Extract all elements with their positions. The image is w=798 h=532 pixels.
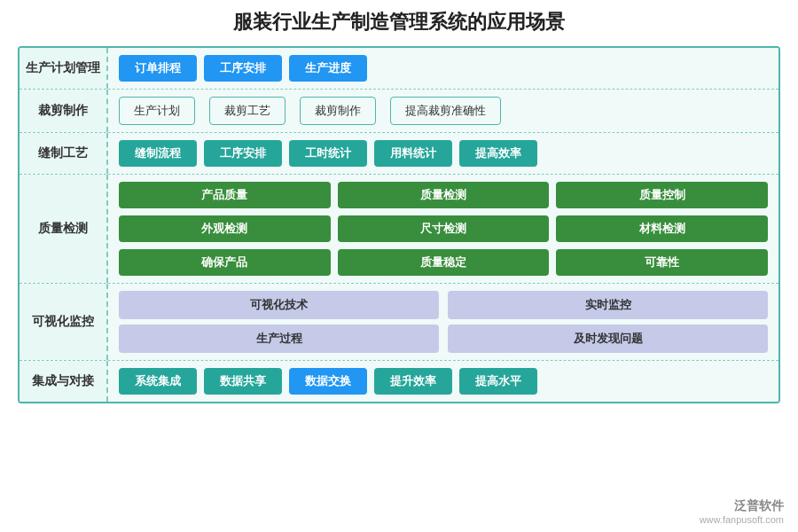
label-sewing: 缝制工艺 (20, 133, 108, 174)
btn-improve-efficiency[interactable]: 提高效率 (459, 140, 537, 167)
monitor-grid: 可视化技术 实时监控 生产过程 及时发现问题 (119, 291, 768, 353)
monitor-realtime: 实时监控 (448, 291, 768, 319)
content-sewing: 缝制流程 工序安排 工时统计 用料统计 提高效率 (108, 133, 778, 174)
label-monitor: 可视化监控 (20, 284, 108, 360)
row-monitor: 可视化监控 可视化技术 实时监控 生产过程 及时发现问题 (20, 284, 778, 361)
btn-order-schedule[interactable]: 订单排程 (119, 55, 197, 82)
btn-production-progress[interactable]: 生产进度 (289, 55, 367, 82)
watermark: 泛普软件 www.fanpusoft.com (700, 498, 784, 525)
btn-workhours[interactable]: 工时统计 (289, 140, 367, 167)
btn-size-detect[interactable]: 尺寸检测 (338, 215, 550, 242)
content-production-plan: 订单排程 工序安排 生产进度 (108, 48, 778, 89)
btn-quality-stable[interactable]: 质量稳定 (338, 249, 550, 276)
monitor-visualization-tech: 可视化技术 (119, 291, 439, 319)
row-cutting: 裁剪制作 生产计划 裁剪工艺 裁剪制作 提高裁剪准确性 (20, 90, 778, 133)
page-wrapper: 服装行业生产制造管理系统的应用场景 生产计划管理 订单排程 工序安排 生产进度 … (0, 0, 798, 532)
btn-ensure-product[interactable]: 确保产品 (119, 249, 331, 276)
monitor-row-2: 生产过程 及时发现问题 (119, 325, 768, 353)
quality-grid: 产品质量 质量检测 质量控制 外观检测 尺寸检测 材料检测 确保产品 质量稳定 … (119, 182, 768, 276)
cutting-item-1: 生产计划 (119, 97, 195, 125)
row-quality: 质量检测 产品质量 质量检测 质量控制 外观检测 尺寸检测 材料检测 确保产品 … (20, 175, 778, 284)
content-quality: 产品质量 质量检测 质量控制 外观检测 尺寸检测 材料检测 确保产品 质量稳定 … (108, 175, 778, 283)
btn-improve-efficiency2[interactable]: 提升效率 (374, 368, 452, 395)
cutting-item-4: 提高裁剪准确性 (390, 97, 501, 125)
btn-quality-control[interactable]: 质量控制 (556, 182, 768, 208)
btn-quality-detect[interactable]: 质量检测 (338, 182, 550, 208)
label-production-plan: 生产计划管理 (20, 48, 108, 89)
monitor-row-1: 可视化技术 实时监控 (119, 291, 768, 319)
btn-material-stat[interactable]: 用料统计 (374, 140, 452, 167)
watermark-url: www.fanpusoft.com (700, 514, 784, 525)
btn-system-integration[interactable]: 系统集成 (119, 368, 197, 395)
btn-data-exchange[interactable]: 数据交换 (289, 368, 367, 395)
btn-material-detect[interactable]: 材料检测 (556, 215, 768, 242)
label-integration: 集成与对接 (20, 361, 108, 402)
btn-data-share[interactable]: 数据共享 (204, 368, 282, 395)
label-quality: 质量检测 (20, 175, 108, 283)
cutting-item-2: 裁剪工艺 (209, 97, 286, 125)
row-production-plan: 生产计划管理 订单排程 工序安排 生产进度 (20, 48, 778, 90)
cutting-item-3: 裁剪制作 (300, 97, 376, 125)
page-title: 服装行业生产制造管理系统的应用场景 (18, 9, 780, 35)
row-sewing: 缝制工艺 缝制流程 工序安排 工时统计 用料统计 提高效率 (20, 133, 778, 175)
content-monitor: 可视化技术 实时监控 生产过程 及时发现问题 (108, 284, 778, 360)
watermark-brand: 泛普软件 (700, 498, 784, 514)
btn-reliable[interactable]: 可靠性 (556, 249, 768, 276)
btn-improve-level[interactable]: 提高水平 (459, 368, 537, 395)
content-cutting: 生产计划 裁剪工艺 裁剪制作 提高裁剪准确性 (108, 90, 778, 132)
label-cutting: 裁剪制作 (20, 90, 108, 132)
btn-product-quality[interactable]: 产品质量 (119, 182, 331, 208)
btn-sewing-flow[interactable]: 缝制流程 (119, 140, 197, 167)
btn-appearance-detect[interactable]: 外观检测 (119, 215, 331, 242)
btn-process-arrange2[interactable]: 工序安排 (204, 140, 282, 167)
row-integration: 集成与对接 系统集成 数据共享 数据交换 提升效率 提高水平 (20, 361, 778, 402)
main-table: 生产计划管理 订单排程 工序安排 生产进度 裁剪制作 生产计划 裁剪工艺 裁剪制… (18, 46, 780, 403)
content-integration: 系统集成 数据共享 数据交换 提升效率 提高水平 (108, 361, 778, 402)
monitor-production-process: 生产过程 (119, 325, 439, 353)
btn-process-arrange[interactable]: 工序安排 (204, 55, 282, 82)
monitor-find-issues: 及时发现问题 (448, 325, 768, 353)
